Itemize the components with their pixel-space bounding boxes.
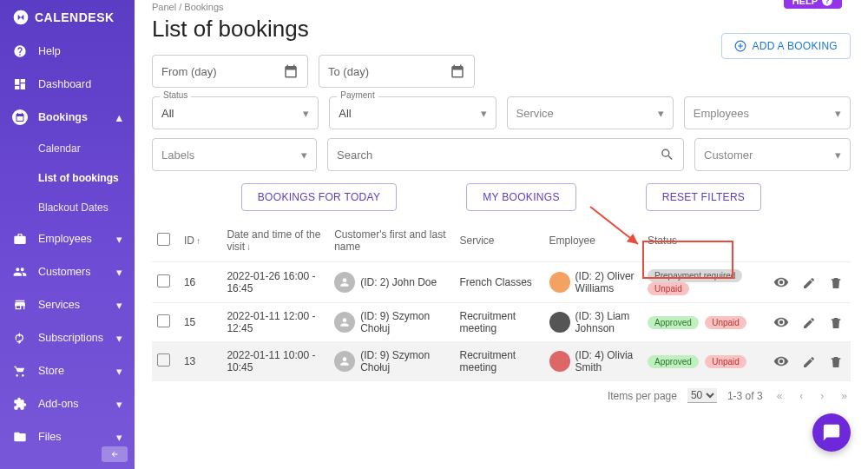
- search-field[interactable]: [327, 138, 684, 171]
- payment-select[interactable]: Payment All ▾: [329, 96, 496, 129]
- chevron-down-icon: ▾: [116, 398, 122, 411]
- last-page-button[interactable]: »: [838, 390, 851, 402]
- chevron-down-icon: ▾: [116, 233, 122, 246]
- sidebar-item-subscriptions[interactable]: Subscriptions ▾: [0, 321, 135, 354]
- table-row[interactable]: 15 2022-01-11 12:00 - 12:45 (ID: 9) Szym…: [152, 303, 851, 342]
- table-row[interactable]: 13 2022-01-11 10:00 - 10:45 (ID: 9) Szym…: [152, 342, 851, 381]
- view-button[interactable]: [772, 352, 791, 371]
- cell-status: Approved Unpaid: [642, 342, 759, 381]
- brand-text: CALENDESK: [35, 10, 115, 24]
- row-checkbox[interactable]: [157, 353, 170, 367]
- caret-down-icon: ▾: [301, 149, 307, 162]
- caret-down-icon: ▾: [481, 107, 487, 120]
- people-icon: [12, 264, 28, 280]
- sidebar-item-customers[interactable]: Customers ▾: [0, 255, 135, 288]
- delete-button[interactable]: [826, 274, 845, 293]
- col-employee[interactable]: Employee: [544, 220, 642, 262]
- chat-fab[interactable]: [812, 413, 851, 452]
- customer-select[interactable]: Customer ▾: [694, 138, 851, 171]
- delete-button[interactable]: [826, 353, 845, 372]
- sidebar-item-store[interactable]: Store ▾: [0, 354, 135, 387]
- caret-down-icon: ▾: [835, 107, 841, 120]
- view-button[interactable]: [772, 273, 791, 292]
- chevron-down-icon: ▾: [116, 266, 122, 279]
- employees-select[interactable]: Employees ▾: [684, 96, 851, 129]
- sidebar-item-services[interactable]: Services ▾: [0, 288, 135, 321]
- extension-icon: [12, 396, 28, 412]
- view-button[interactable]: [772, 313, 791, 332]
- add-booking-label: ADD A BOOKING: [752, 40, 838, 52]
- bookings-today-button[interactable]: BOOKINGS FOR TODAY: [241, 183, 397, 211]
- service-select[interactable]: Service ▾: [507, 96, 674, 129]
- col-customer[interactable]: Customer's first and last name: [329, 220, 454, 262]
- dashboard-icon: [12, 76, 28, 92]
- sidebar-item-label: Blackout Dates: [38, 201, 108, 214]
- sidebar-item-blackout-dates[interactable]: Blackout Dates: [0, 193, 135, 222]
- sidebar-item-addons[interactable]: Add-ons ▾: [0, 387, 135, 420]
- col-status[interactable]: Status: [642, 220, 759, 262]
- help-pill[interactable]: HELP ?: [784, 0, 842, 9]
- brand-logo[interactable]: CALENDESK: [0, 0, 135, 35]
- prev-page-button[interactable]: ‹: [796, 390, 806, 402]
- help-pill-label: HELP: [792, 0, 818, 6]
- to-day-field[interactable]: To (day): [319, 55, 475, 88]
- trash-icon: [829, 316, 843, 330]
- from-day-label: From (day): [161, 65, 217, 78]
- arrow-left-icon: [108, 450, 121, 459]
- sidebar-item-help[interactable]: Help: [0, 35, 135, 68]
- my-bookings-button[interactable]: MY BOOKINGS: [466, 183, 575, 211]
- col-datetime[interactable]: Date and time of the visit: [227, 228, 320, 253]
- search-input[interactable]: [337, 149, 660, 162]
- edit-button[interactable]: [799, 314, 819, 333]
- plus-circle-icon: [734, 40, 746, 52]
- row-checkbox[interactable]: [157, 314, 170, 327]
- payment-select-value: All: [339, 107, 351, 120]
- add-booking-button[interactable]: ADD A BOOKING: [721, 33, 851, 59]
- to-day-label: To (day): [328, 65, 369, 78]
- sidebar-item-label: Bookings: [38, 111, 88, 123]
- store-icon: [12, 297, 28, 313]
- avatar: [334, 272, 355, 293]
- edit-button[interactable]: [799, 353, 819, 372]
- caret-down-icon: ▾: [658, 107, 664, 120]
- sidebar-item-bookings[interactable]: Bookings ▴: [0, 101, 135, 134]
- caret-down-icon: ▾: [835, 149, 841, 162]
- pencil-icon: [802, 355, 816, 369]
- chevron-down-icon: ▾: [116, 365, 122, 378]
- next-page-button[interactable]: ›: [817, 390, 827, 402]
- from-day-field[interactable]: From (day): [152, 55, 308, 88]
- select-all-checkbox[interactable]: [157, 233, 170, 246]
- edit-button[interactable]: [799, 274, 819, 293]
- avatar: [334, 312, 355, 333]
- reset-filters-button[interactable]: RESET FILTERS: [646, 183, 761, 211]
- sidebar-item-label: List of bookings: [38, 172, 119, 184]
- refresh-icon: [12, 330, 28, 346]
- cell-id: 16: [179, 262, 221, 303]
- status-badge: Unpaid: [705, 316, 746, 329]
- breadcrumb: Panel / Bookings: [152, 2, 851, 12]
- chat-icon: [822, 423, 841, 442]
- calendar-icon: [12, 109, 28, 125]
- avatar: [549, 312, 570, 333]
- first-page-button[interactable]: «: [773, 390, 786, 402]
- cell-customer: (ID: 2) John Doe: [334, 272, 449, 293]
- payment-select-label: Payment: [337, 90, 378, 100]
- sidebar-item-list-of-bookings[interactable]: List of bookings: [0, 163, 135, 193]
- row-checkbox[interactable]: [157, 274, 170, 287]
- col-id[interactable]: ID: [184, 234, 194, 247]
- labels-select[interactable]: Labels ▾: [152, 138, 317, 171]
- status-select[interactable]: Status All ▾: [152, 96, 319, 129]
- sidebar-collapse-button[interactable]: [102, 446, 128, 462]
- sidebar-item-label: Customers: [38, 266, 90, 278]
- col-service[interactable]: Service: [455, 220, 544, 262]
- delete-button[interactable]: [826, 314, 845, 333]
- sidebar-item-dashboard[interactable]: Dashboard: [0, 68, 135, 101]
- items-per-page-select[interactable]: 50: [687, 388, 717, 403]
- sidebar-item-calendar[interactable]: Calendar: [0, 134, 135, 163]
- cell-id: 13: [179, 342, 221, 381]
- sidebar-item-employees[interactable]: Employees ▾: [0, 222, 135, 255]
- status-select-value: All: [161, 107, 174, 120]
- table-row[interactable]: 16 2022-01-26 16:00 - 16:45 (ID: 2) John…: [152, 262, 851, 303]
- cell-datetime: 2022-01-26 16:00 - 16:45: [221, 262, 329, 303]
- trash-icon: [829, 276, 843, 290]
